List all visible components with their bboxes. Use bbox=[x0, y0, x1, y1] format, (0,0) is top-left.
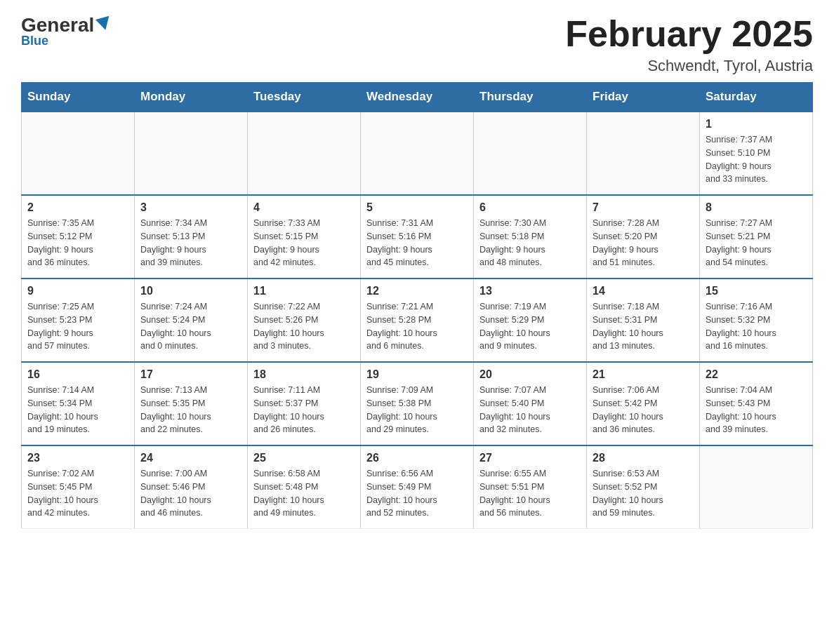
day-number: 19 bbox=[366, 368, 468, 381]
day-number: 3 bbox=[140, 201, 241, 214]
calendar-cell: 26Sunrise: 6:56 AM Sunset: 5:49 PM Dayli… bbox=[361, 445, 474, 529]
calendar-cell: 21Sunrise: 7:06 AM Sunset: 5:42 PM Dayli… bbox=[587, 362, 700, 445]
calendar-week-row: 16Sunrise: 7:14 AM Sunset: 5:34 PM Dayli… bbox=[22, 362, 813, 445]
month-title: February 2025 bbox=[565, 14, 813, 54]
calendar-cell: 18Sunrise: 7:11 AM Sunset: 5:37 PM Dayli… bbox=[248, 362, 361, 445]
day-number: 25 bbox=[253, 452, 355, 464]
calendar-cell: 22Sunrise: 7:04 AM Sunset: 5:43 PM Dayli… bbox=[700, 362, 813, 445]
calendar-cell: 4Sunrise: 7:33 AM Sunset: 5:15 PM Daylig… bbox=[248, 195, 361, 279]
calendar-cell: 11Sunrise: 7:22 AM Sunset: 5:26 PM Dayli… bbox=[248, 279, 361, 362]
logo-triangle-icon bbox=[95, 16, 112, 32]
page-header: General Blue February 2025 Schwendt, Tyr… bbox=[21, 14, 813, 75]
day-info: Sunrise: 7:24 AM Sunset: 5:24 PM Dayligh… bbox=[140, 300, 241, 353]
day-info: Sunrise: 7:09 AM Sunset: 5:38 PM Dayligh… bbox=[366, 384, 468, 436]
calendar-cell: 17Sunrise: 7:13 AM Sunset: 5:35 PM Dayli… bbox=[135, 362, 248, 445]
day-info: Sunrise: 7:18 AM Sunset: 5:31 PM Dayligh… bbox=[593, 300, 694, 353]
calendar-cell bbox=[248, 112, 361, 195]
weekday-header-wednesday: Wednesday bbox=[361, 83, 474, 112]
day-number: 20 bbox=[479, 368, 581, 381]
logo: General Blue bbox=[21, 14, 111, 48]
day-info: Sunrise: 7:06 AM Sunset: 5:42 PM Dayligh… bbox=[593, 384, 694, 436]
calendar-cell: 13Sunrise: 7:19 AM Sunset: 5:29 PM Dayli… bbox=[474, 279, 587, 362]
day-number: 2 bbox=[27, 201, 128, 214]
calendar-cell: 10Sunrise: 7:24 AM Sunset: 5:24 PM Dayli… bbox=[135, 279, 248, 362]
day-number: 21 bbox=[593, 368, 694, 381]
day-number: 7 bbox=[593, 201, 694, 214]
calendar-cell: 1Sunrise: 7:37 AM Sunset: 5:10 PM Daylig… bbox=[700, 112, 813, 195]
calendar-cell: 12Sunrise: 7:21 AM Sunset: 5:28 PM Dayli… bbox=[361, 279, 474, 362]
day-number: 10 bbox=[140, 285, 241, 297]
day-info: Sunrise: 6:53 AM Sunset: 5:52 PM Dayligh… bbox=[593, 467, 694, 520]
calendar-cell: 5Sunrise: 7:31 AM Sunset: 5:16 PM Daylig… bbox=[361, 195, 474, 279]
calendar-cell: 7Sunrise: 7:28 AM Sunset: 5:20 PM Daylig… bbox=[587, 195, 700, 279]
day-info: Sunrise: 7:00 AM Sunset: 5:46 PM Dayligh… bbox=[140, 467, 241, 520]
calendar-cell: 25Sunrise: 6:58 AM Sunset: 5:48 PM Dayli… bbox=[248, 445, 361, 529]
day-info: Sunrise: 7:27 AM Sunset: 5:21 PM Dayligh… bbox=[706, 217, 807, 269]
weekday-header-row: SundayMondayTuesdayWednesdayThursdayFrid… bbox=[22, 83, 813, 112]
weekday-header-thursday: Thursday bbox=[474, 83, 587, 112]
day-number: 13 bbox=[479, 285, 581, 297]
day-number: 26 bbox=[366, 452, 468, 464]
day-info: Sunrise: 6:58 AM Sunset: 5:48 PM Dayligh… bbox=[253, 467, 355, 520]
calendar-cell: 3Sunrise: 7:34 AM Sunset: 5:13 PM Daylig… bbox=[135, 195, 248, 279]
day-number: 17 bbox=[140, 368, 241, 381]
day-info: Sunrise: 7:30 AM Sunset: 5:18 PM Dayligh… bbox=[479, 217, 581, 269]
calendar-week-row: 23Sunrise: 7:02 AM Sunset: 5:45 PM Dayli… bbox=[22, 445, 813, 529]
day-info: Sunrise: 7:21 AM Sunset: 5:28 PM Dayligh… bbox=[366, 300, 468, 353]
day-info: Sunrise: 7:07 AM Sunset: 5:40 PM Dayligh… bbox=[479, 384, 581, 436]
day-number: 6 bbox=[479, 201, 581, 214]
day-number: 12 bbox=[366, 285, 468, 297]
day-number: 1 bbox=[706, 118, 807, 130]
day-info: Sunrise: 7:25 AM Sunset: 5:23 PM Dayligh… bbox=[27, 300, 128, 353]
calendar-cell bbox=[22, 112, 135, 195]
calendar-table: SundayMondayTuesdayWednesdayThursdayFrid… bbox=[21, 82, 813, 529]
calendar-cell: 6Sunrise: 7:30 AM Sunset: 5:18 PM Daylig… bbox=[474, 195, 587, 279]
day-info: Sunrise: 7:19 AM Sunset: 5:29 PM Dayligh… bbox=[479, 300, 581, 353]
weekday-header-saturday: Saturday bbox=[700, 83, 813, 112]
day-number: 24 bbox=[140, 452, 241, 464]
day-info: Sunrise: 7:33 AM Sunset: 5:15 PM Dayligh… bbox=[253, 217, 355, 269]
calendar-week-row: 2Sunrise: 7:35 AM Sunset: 5:12 PM Daylig… bbox=[22, 195, 813, 279]
weekday-header-tuesday: Tuesday bbox=[248, 83, 361, 112]
day-info: Sunrise: 7:34 AM Sunset: 5:13 PM Dayligh… bbox=[140, 217, 241, 269]
calendar-cell bbox=[474, 112, 587, 195]
calendar-week-row: 9Sunrise: 7:25 AM Sunset: 5:23 PM Daylig… bbox=[22, 279, 813, 362]
day-number: 14 bbox=[593, 285, 694, 297]
day-info: Sunrise: 7:04 AM Sunset: 5:43 PM Dayligh… bbox=[706, 384, 807, 436]
day-info: Sunrise: 7:22 AM Sunset: 5:26 PM Dayligh… bbox=[253, 300, 355, 353]
day-info: Sunrise: 7:16 AM Sunset: 5:32 PM Dayligh… bbox=[706, 300, 807, 353]
calendar-cell: 15Sunrise: 7:16 AM Sunset: 5:32 PM Dayli… bbox=[700, 279, 813, 362]
day-info: Sunrise: 7:31 AM Sunset: 5:16 PM Dayligh… bbox=[366, 217, 468, 269]
calendar-cell: 27Sunrise: 6:55 AM Sunset: 5:51 PM Dayli… bbox=[474, 445, 587, 529]
day-info: Sunrise: 6:56 AM Sunset: 5:49 PM Dayligh… bbox=[366, 467, 468, 520]
day-number: 28 bbox=[593, 452, 694, 464]
calendar-cell: 8Sunrise: 7:27 AM Sunset: 5:21 PM Daylig… bbox=[700, 195, 813, 279]
day-number: 27 bbox=[479, 452, 581, 464]
calendar-cell bbox=[361, 112, 474, 195]
weekday-header-friday: Friday bbox=[587, 83, 700, 112]
day-number: 18 bbox=[253, 368, 355, 381]
day-number: 15 bbox=[706, 285, 807, 297]
calendar-cell bbox=[587, 112, 700, 195]
weekday-header-monday: Monday bbox=[135, 83, 248, 112]
day-number: 4 bbox=[253, 201, 355, 214]
day-number: 5 bbox=[366, 201, 468, 214]
day-info: Sunrise: 7:37 AM Sunset: 5:10 PM Dayligh… bbox=[706, 133, 807, 186]
calendar-cell: 23Sunrise: 7:02 AM Sunset: 5:45 PM Dayli… bbox=[22, 445, 135, 529]
day-info: Sunrise: 7:11 AM Sunset: 5:37 PM Dayligh… bbox=[253, 384, 355, 436]
weekday-header-sunday: Sunday bbox=[22, 83, 135, 112]
day-number: 16 bbox=[27, 368, 128, 381]
day-info: Sunrise: 6:55 AM Sunset: 5:51 PM Dayligh… bbox=[479, 467, 581, 520]
calendar-cell bbox=[135, 112, 248, 195]
title-section: February 2025 Schwendt, Tyrol, Austria bbox=[565, 14, 813, 75]
location-text: Schwendt, Tyrol, Austria bbox=[565, 57, 813, 75]
calendar-cell: 24Sunrise: 7:00 AM Sunset: 5:46 PM Dayli… bbox=[135, 445, 248, 529]
day-info: Sunrise: 7:14 AM Sunset: 5:34 PM Dayligh… bbox=[27, 384, 128, 436]
day-number: 9 bbox=[27, 285, 128, 297]
day-number: 11 bbox=[253, 285, 355, 297]
calendar-week-row: 1Sunrise: 7:37 AM Sunset: 5:10 PM Daylig… bbox=[22, 112, 813, 195]
day-info: Sunrise: 7:35 AM Sunset: 5:12 PM Dayligh… bbox=[27, 217, 128, 269]
day-number: 23 bbox=[27, 452, 128, 464]
day-info: Sunrise: 7:02 AM Sunset: 5:45 PM Dayligh… bbox=[27, 467, 128, 520]
calendar-cell: 20Sunrise: 7:07 AM Sunset: 5:40 PM Dayli… bbox=[474, 362, 587, 445]
